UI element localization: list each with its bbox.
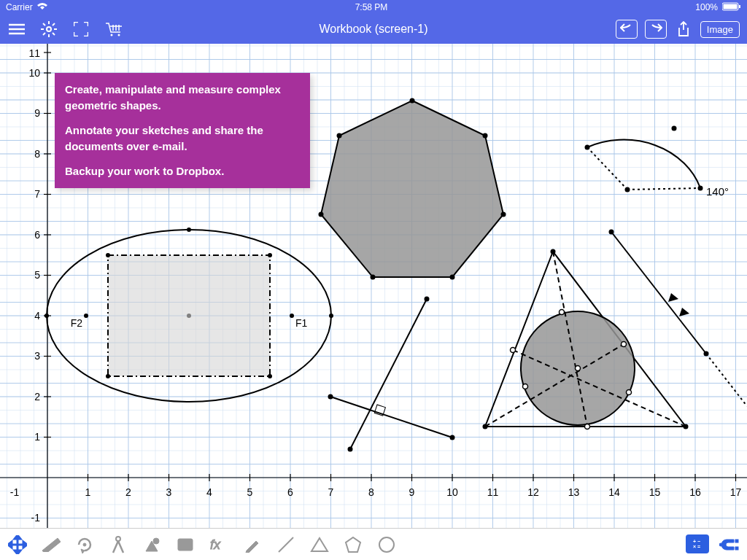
svg-text:fx: fx xyxy=(210,537,221,552)
compass-tool[interactable] xyxy=(108,534,128,555)
svg-rect-2 xyxy=(739,5,740,8)
svg-text:3: 3 xyxy=(166,486,172,498)
svg-point-211 xyxy=(483,424,488,429)
svg-line-13 xyxy=(43,33,45,35)
svg-point-221 xyxy=(585,145,590,150)
svg-point-212 xyxy=(576,366,581,371)
store-button[interactable] xyxy=(104,20,123,39)
svg-text:4: 4 xyxy=(34,310,40,322)
calculator-button[interactable]: + −× = xyxy=(686,534,709,553)
svg-text:9: 9 xyxy=(409,486,415,498)
annotation-line3: Backup your work to Dropbox. xyxy=(65,163,300,179)
triangle-incircle[interactable] xyxy=(483,249,689,429)
angle-label: 140° xyxy=(706,185,729,198)
undo-button[interactable] xyxy=(616,20,638,39)
svg-point-16 xyxy=(118,34,120,36)
svg-point-183 xyxy=(44,314,49,318)
status-bar: Carrier 7:58 PM 100% xyxy=(0,0,747,15)
svg-point-218 xyxy=(627,390,632,395)
svg-text:-1: -1 xyxy=(31,512,41,524)
svg-point-6 xyxy=(47,27,51,31)
svg-text:9: 9 xyxy=(34,107,40,119)
svg-line-12 xyxy=(53,33,55,35)
svg-point-239 xyxy=(153,538,159,544)
annotation-note[interactable]: Create, manipulate and measure complex g… xyxy=(55,73,310,188)
svg-text:2: 2 xyxy=(34,391,40,402)
redo-button[interactable] xyxy=(645,20,667,39)
svg-line-198 xyxy=(350,299,427,449)
svg-point-202 xyxy=(348,447,353,452)
svg-text:7: 7 xyxy=(34,188,40,200)
svg-point-201 xyxy=(450,435,455,440)
y-ticks: -1 1234567891011 xyxy=(28,47,40,524)
ruler-tool[interactable] xyxy=(41,534,61,555)
svg-text:× =: × = xyxy=(693,544,700,549)
focus-f2: F2 xyxy=(71,317,83,329)
svg-line-226 xyxy=(706,354,747,406)
svg-point-195 xyxy=(319,212,324,217)
toolbar: Workbook (screen-1) Image xyxy=(0,15,747,44)
x-ticks: -1 1234567891011121314151617 xyxy=(10,486,742,498)
svg-text:13: 13 xyxy=(568,486,580,498)
image-button[interactable]: Image xyxy=(700,21,740,38)
svg-point-200 xyxy=(328,394,333,400)
line-tool[interactable] xyxy=(276,534,296,555)
pin-tool[interactable] xyxy=(142,534,162,555)
svg-point-189 xyxy=(268,374,272,378)
svg-point-213 xyxy=(585,424,590,429)
move-tool[interactable] xyxy=(7,534,28,555)
fullscreen-button[interactable] xyxy=(71,20,90,39)
svg-point-190 xyxy=(410,98,415,104)
svg-point-196 xyxy=(337,133,342,139)
triangle-tool[interactable] xyxy=(309,534,330,555)
svg-point-194 xyxy=(371,275,376,280)
svg-point-252 xyxy=(719,543,722,546)
share-button[interactable] xyxy=(674,20,693,39)
svg-point-215 xyxy=(511,348,516,353)
svg-point-181 xyxy=(187,228,191,232)
svg-rect-1 xyxy=(723,4,737,9)
arc-angle[interactable]: 140° xyxy=(585,126,729,198)
svg-point-184 xyxy=(290,314,294,318)
svg-point-185 xyxy=(84,314,88,318)
svg-line-14 xyxy=(53,23,55,26)
svg-point-209 xyxy=(551,249,556,254)
settings-button[interactable] xyxy=(39,20,58,39)
svg-text:3: 3 xyxy=(34,350,40,362)
svg-line-197 xyxy=(330,397,452,438)
svg-point-15 xyxy=(111,34,113,36)
wifi-icon xyxy=(37,2,47,12)
svg-point-216 xyxy=(560,310,565,315)
text-tool[interactable] xyxy=(175,534,196,555)
perpendicular-lines[interactable] xyxy=(328,297,455,452)
carrier: Carrier xyxy=(6,2,33,12)
polygon-tool[interactable] xyxy=(343,534,363,555)
svg-point-236 xyxy=(116,537,120,541)
svg-text:+ −: + − xyxy=(693,539,700,544)
annotation-line2: Annotate your sketches and share the doc… xyxy=(65,122,300,155)
menu-button[interactable] xyxy=(7,20,26,39)
svg-text:1: 1 xyxy=(34,431,40,443)
svg-text:4: 4 xyxy=(206,486,212,498)
svg-point-227 xyxy=(609,230,614,235)
svg-text:17: 17 xyxy=(730,486,742,498)
heptagon[interactable] xyxy=(321,101,503,277)
svg-line-220 xyxy=(627,188,700,190)
rectangle[interactable] xyxy=(108,255,270,376)
function-tool[interactable]: fx xyxy=(209,534,229,555)
rotate-tool[interactable] xyxy=(74,534,95,555)
svg-rect-251 xyxy=(735,547,738,550)
svg-text:6: 6 xyxy=(287,486,293,498)
svg-text:10: 10 xyxy=(28,67,40,79)
circle-tool[interactable] xyxy=(376,534,397,555)
svg-rect-250 xyxy=(735,540,738,542)
snap-button[interactable] xyxy=(719,534,740,555)
battery-pct: 100% xyxy=(695,2,718,12)
svg-point-210 xyxy=(684,424,689,429)
focus-f1: F1 xyxy=(295,317,308,329)
battery-icon xyxy=(722,2,741,13)
svg-point-224 xyxy=(672,126,677,131)
svg-line-11 xyxy=(43,23,45,26)
pencil-tool[interactable] xyxy=(242,534,263,555)
svg-point-214 xyxy=(622,342,627,347)
